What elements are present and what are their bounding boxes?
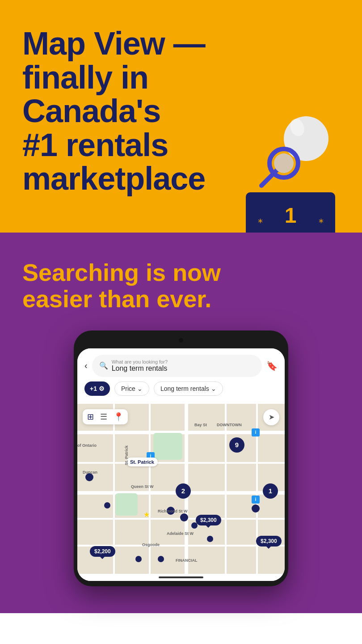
map-park-1: [153, 433, 182, 460]
svg-point-6: [284, 116, 328, 161]
search-label: What are you looking for?: [112, 359, 168, 364]
back-button[interactable]: ‹: [84, 360, 88, 371]
rentals-label: Long term rentals: [160, 385, 209, 392]
search-input-box[interactable]: 🔍 What are you looking for? Long term re…: [92, 355, 262, 377]
number-pin-1: 1: [263, 483, 278, 499]
map-info-2: i: [252, 496, 260, 504]
st-patrick-label: St. Patrick: [126, 458, 158, 466]
trophy-illustration: 1 ⁎ ⁎: [228, 103, 353, 246]
rentals-filter[interactable]: Long term rentals ⌄: [154, 381, 223, 396]
direction-button[interactable]: ➤: [263, 409, 279, 425]
price-label: Price: [121, 385, 135, 392]
search-nav-row: ‹ 🔍 What are you looking for? Long term …: [84, 355, 278, 377]
rentals-chevron-icon: ⌄: [211, 385, 216, 392]
search-bar-area: ‹ 🔍 What are you looking for? Long term …: [77, 348, 285, 404]
search-text-container: What are you looking for? Long term rent…: [112, 359, 168, 373]
svg-text:⁎: ⁎: [319, 214, 324, 225]
small-pin-6: [135, 556, 142, 562]
search-icon: 🔍: [99, 361, 108, 370]
search-value: Long term rentals: [112, 364, 168, 372]
svg-text:⁎: ⁎: [258, 214, 263, 225]
map-park-2: [115, 493, 138, 516]
plus-one-label: +1: [90, 385, 97, 392]
phone-bottom-bar: [77, 574, 285, 581]
filter-row: +1 ⚙ Price ⌄ Long term rentals ⌄: [84, 381, 278, 399]
number-pin-2: 2: [176, 483, 191, 499]
price-chevron-icon: ⌄: [137, 385, 143, 392]
phone-notch: [177, 336, 185, 345]
small-pin-5: [158, 556, 164, 562]
price-pin-3: $2,200: [90, 546, 115, 557]
bookmark-button[interactable]: 🔖: [266, 360, 278, 371]
middle-section: Searching is now easier than ever.: [0, 233, 362, 330]
home-indicator: [159, 576, 203, 578]
price-pin-1: $2,300: [196, 515, 221, 525]
list-view-icon[interactable]: ☰: [100, 412, 107, 422]
phone-screen: ‹ 🔍 What are you looking for? Long term …: [77, 348, 285, 581]
phone-section: ‹ 🔍 What are you looking for? Long term …: [0, 330, 362, 613]
map-star: ★: [143, 510, 150, 519]
map-area: i i i ★ St. Patrick 9 2 1: [77, 404, 285, 574]
small-pin-4: [207, 536, 213, 542]
small-pin-8: [180, 513, 188, 521]
small-pin-9: [252, 504, 260, 513]
phone-device: ‹ 🔍 What are you looking for? Long term …: [74, 330, 288, 586]
map-pin-view-icon[interactable]: 📍: [114, 412, 123, 422]
filter-chip-active[interactable]: +1 ⚙: [84, 381, 110, 396]
svg-point-9: [274, 153, 294, 173]
price-pin-2: $2,300: [256, 536, 282, 547]
price-filter[interactable]: Price ⌄: [114, 381, 149, 396]
filter-icon: ⚙: [99, 385, 105, 392]
view-toggle[interactable]: ⊞ ☰ 📍: [83, 409, 128, 424]
sub-headline: Searching is now easier than ever.: [22, 259, 246, 313]
map-background: i i i ★ St. Patrick 9 2 1: [77, 404, 285, 574]
map-info-3: i: [252, 428, 260, 436]
top-section: Map View — finally in Canada's #1 rental…: [0, 0, 362, 233]
direction-icon: ➤: [269, 413, 274, 421]
svg-text:1: 1: [285, 203, 297, 227]
number-pin-9: 9: [229, 437, 244, 453]
grid-view-icon[interactable]: ⊞: [87, 412, 94, 422]
small-pin-2: [104, 502, 110, 508]
